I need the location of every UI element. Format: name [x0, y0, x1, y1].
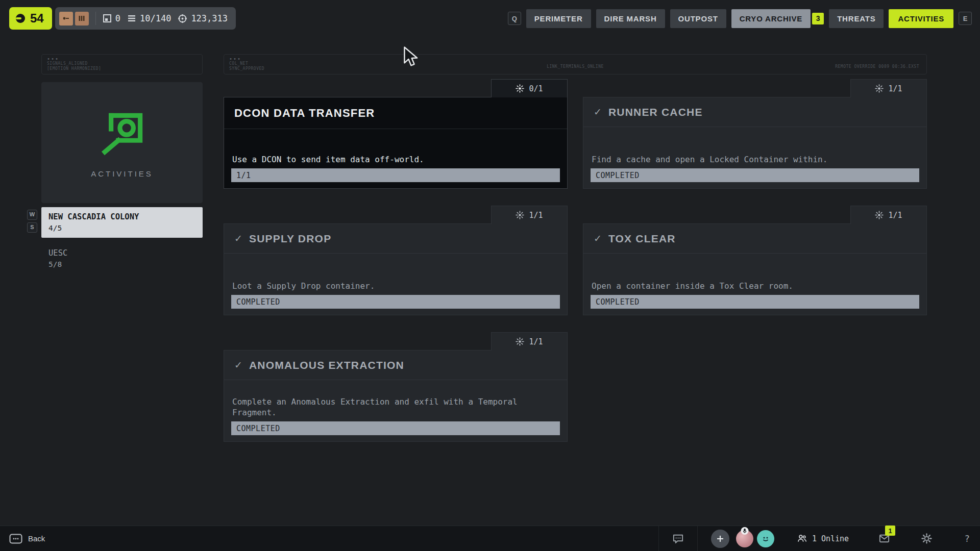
progress-bar: COMPLETED — [231, 295, 560, 309]
inventory-counter: 10/140 — [127, 13, 171, 23]
player-level-badge: 54 — [9, 7, 52, 30]
sun-icon — [516, 211, 524, 219]
activities-screen: 54 0 10/140 123,313 — [0, 0, 980, 551]
bottom-bar: Back 1 Online — [0, 525, 980, 551]
sidebar: ••• SIGNALS_ALIGNED [EMOTION HARMONIZED]… — [41, 54, 203, 269]
card-title: RUNNER CACHE — [608, 106, 703, 118]
progress-bar: 1/1 — [231, 168, 560, 182]
key-hint-s: S — [27, 222, 37, 233]
card-body: Open a container inside a Tox Clear room… — [583, 254, 926, 315]
stash-icon — [103, 14, 112, 23]
sun-icon — [875, 211, 884, 219]
player-level: 54 — [30, 11, 44, 26]
card-title: ANOMALOUS EXTRACTION — [249, 359, 404, 371]
card-body: Complete an Anomalous Extraction and exf… — [224, 380, 567, 441]
card-description: Loot a Supply Drop container. — [231, 281, 560, 295]
resource-pillars-icon — [75, 12, 89, 26]
progress-bar: COMPLETED — [591, 168, 919, 182]
tab-dire-marsh[interactable]: DIRE MARSH — [596, 9, 665, 28]
divider — [697, 526, 698, 551]
progress-label: COMPLETED — [236, 424, 280, 433]
card-body: Find a cache and open a Locked Container… — [583, 127, 926, 188]
round-counter-badge: 1/1 — [491, 206, 568, 224]
round-counter: 1/1 — [529, 211, 543, 220]
micro-text: LINK_TERMINALS_ONLINE — [547, 64, 604, 69]
card-body: Use a DCON to send item data off-world. … — [224, 129, 567, 188]
card-description: Use a DCON to send item data off-world. — [231, 154, 560, 168]
party-avatar-2[interactable] — [757, 530, 774, 547]
key-hint-e: E — [959, 12, 972, 25]
round-counter-badge: 0/1 — [491, 79, 568, 97]
check-icon: ✓ — [234, 360, 242, 370]
activities-emblem-card: ACTIVITIES — [41, 82, 203, 203]
activities-glyph-icon — [93, 107, 151, 157]
check-icon: ✓ — [234, 234, 242, 243]
activity-card-runner-cache[interactable]: 1/1 ✓ RUNNER CACHE Find a cache and open… — [583, 97, 927, 189]
micro-text: [EMOTION HARMONIZED] — [47, 66, 197, 71]
tab-cryo-archive[interactable]: CRYO ARCHIVE — [731, 9, 811, 28]
tab-threats[interactable]: THREATS — [829, 9, 884, 28]
helmet-icon — [14, 12, 27, 24]
mail-notification-badge: 1 — [885, 525, 895, 536]
micro-text: REMOTE OVERRIDE 0089 00:36.EXST — [835, 64, 919, 69]
back-key-icon — [9, 534, 22, 544]
key-hint-w: W — [27, 210, 37, 220]
progress-bar: COMPLETED — [231, 421, 560, 435]
tab-cryo-archive-group: CRYO ARCHIVE 3 — [731, 9, 824, 28]
micro-dots: ••• — [229, 57, 921, 61]
mail-button[interactable]: 1 — [878, 533, 890, 544]
activity-card-anomalous-extraction[interactable]: 1/1 ✓ ANOMALOUS EXTRACTION Complete an A… — [224, 350, 568, 442]
cryo-archive-notification-badge: 3 — [812, 13, 824, 24]
tab-outpost[interactable]: OUTPOST — [670, 9, 726, 28]
round-counter: 1/1 — [888, 211, 902, 220]
card-title-row: DCON DATA TRANSFER — [224, 97, 567, 129]
credits-icon — [178, 14, 187, 23]
sidebar-micro-header: ••• SIGNALS_ALIGNED [EMOTION HARMONIZED] — [41, 54, 203, 74]
top-bar: 54 0 10/140 123,313 — [0, 0, 980, 37]
chat-bubble-icon — [672, 533, 684, 544]
online-label: 1 Online — [812, 534, 849, 543]
panel-micro-header: ••• COL_NET SYNC_APPROVED LINK_TERMINALS… — [224, 54, 927, 74]
tab-perimeter[interactable]: PERIMETER — [526, 9, 591, 28]
activity-card-supply-drop[interactable]: 1/1 ✓ SUPPLY DROP Loot a Supply Drop con… — [224, 223, 568, 315]
activity-cards-grid: 0/1 DCON DATA TRANSFER Use a DCON to sen… — [224, 97, 927, 442]
back-button[interactable]: Back — [9, 534, 45, 544]
plus-icon — [716, 535, 724, 543]
avatar-face-icon — [760, 533, 772, 545]
location-item-new-cascadia[interactable]: W S NEW CASCADIA COLONY 4/5 — [41, 207, 203, 238]
progress-label: COMPLETED — [236, 297, 280, 307]
card-title-row: ✓ TOX CLEAR — [583, 224, 926, 254]
card-title-row: ✓ SUPPLY DROP — [224, 224, 567, 254]
gear-icon — [921, 533, 933, 544]
activity-card-tox-clear[interactable]: 1/1 ✓ TOX CLEAR Open a container inside … — [583, 223, 927, 315]
location-progress: 4/5 — [48, 223, 195, 233]
back-label: Back — [28, 534, 45, 543]
key-hint-q: Q — [508, 12, 521, 25]
location-item-uesc[interactable]: UESC 5/8 — [41, 248, 203, 269]
party-avatar-1[interactable] — [736, 530, 753, 547]
activities-panel: ••• COL_NET SYNC_APPROVED LINK_TERMINALS… — [224, 54, 927, 442]
activity-card-dcon-data-transfer[interactable]: 0/1 DCON DATA TRANSFER Use a DCON to sen… — [224, 97, 568, 189]
card-title: TOX CLEAR — [608, 233, 676, 245]
tab-activities[interactable]: ACTIVITIES — [889, 9, 953, 28]
online-status[interactable]: 1 Online — [797, 533, 849, 544]
card-body: Loot a Supply Drop container. COMPLETED — [224, 254, 567, 315]
sun-icon — [516, 84, 524, 93]
progress-label: COMPLETED — [596, 171, 640, 180]
chat-button[interactable] — [659, 533, 697, 544]
location-title: UESC — [48, 248, 195, 259]
add-player-button[interactable] — [711, 530, 729, 548]
bottom-bar-right: 1 Online 1 ? — [658, 526, 970, 551]
panel-label: ACTIVITIES — [91, 169, 153, 178]
help-button[interactable]: ? — [964, 533, 970, 544]
card-title: SUPPLY DROP — [249, 233, 331, 245]
round-counter: 1/1 — [529, 337, 543, 346]
progress-label: COMPLETED — [596, 297, 640, 307]
friends-icon — [797, 533, 807, 544]
round-counter: 0/1 — [529, 84, 543, 93]
location-progress: 5/8 — [48, 259, 195, 269]
micro-text: SIGNALS_ALIGNED — [47, 61, 197, 66]
round-counter: 1/1 — [888, 84, 902, 93]
settings-button[interactable] — [921, 533, 933, 544]
stash-counter: 0 — [103, 13, 120, 23]
